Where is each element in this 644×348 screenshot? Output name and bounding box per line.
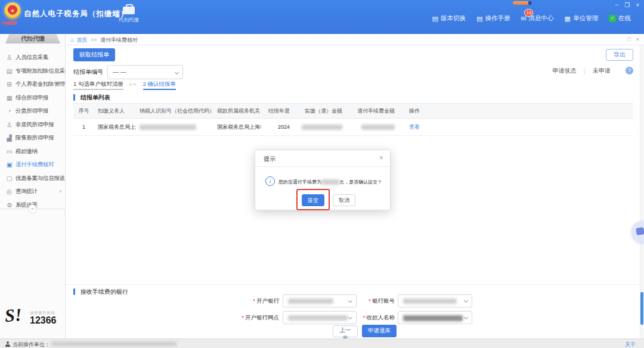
required-mark: * [363, 314, 366, 321]
module-label: 代扣代缴 [117, 17, 141, 24]
masked-value [403, 315, 463, 321]
sidebar-item-query-statistics[interactable]: ◎ 查询统计 ∨ [0, 185, 66, 198]
branch-field-label: *开户银行网点 [197, 311, 279, 324]
section-bar [73, 94, 75, 101]
header-nav: ▤ 版本切换 ▤ 操作手册 16 ✉ 消息中心 ▦ 单位管理 ✓ 在线 [432, 14, 631, 23]
cell-taxpayer-id [136, 119, 213, 136]
cell-fee-amount [346, 119, 398, 136]
sidebar-item-label: 综合所得申报 [16, 94, 48, 101]
status-bar: 当前操作单位： 关于 [0, 338, 644, 348]
sidebar-item-refund-fee-check[interactable]: ▣ 退付手续费核对 [0, 158, 66, 171]
home-icon: ⌂ [70, 36, 74, 43]
section-title: 接收手续费的银行 [80, 288, 128, 295]
masked-value [302, 125, 342, 130]
dialog-close-icon[interactable]: × [379, 154, 383, 162]
report-table: 序号 扣缴义务人 纳税人识别号（社会信用代码） 税款所属税务机关 结报年度 实缴… [73, 103, 633, 136]
status-value: 未申请 [593, 67, 611, 74]
view-link[interactable]: 查看 [409, 124, 420, 130]
cell-authority: 国家税务总局上海市.. [213, 119, 261, 136]
sidebar-item-pension-deduction[interactable]: ⊞ 个人养老金扣除管理 [0, 77, 66, 91]
building-icon: ▦ [565, 15, 571, 23]
masked-unit-name [51, 341, 177, 346]
report-no-select[interactable]: — — [107, 65, 183, 79]
sidebar-item-personnel-info[interactable]: ♙ 人员信息采集 [0, 51, 66, 64]
export-button[interactable]: 导出 [606, 49, 633, 61]
table-header-row: 序号 扣缴义务人 纳税人识别号（社会信用代码） 税款所属税务机关 结报年度 实缴… [73, 104, 633, 119]
assistant-icon [636, 227, 644, 235]
section-bar [73, 288, 75, 295]
nav-label: 操作手册 [485, 14, 510, 23]
help-icon[interactable]: ? [626, 67, 633, 74]
hotline-logo: S! 纳税服务热线 12366 [5, 305, 63, 331]
tab-restore-icon[interactable]: □ [627, 34, 630, 45]
section-receiving-bank: 接收手续费的银行 [73, 288, 128, 296]
person-icon: ♙ [5, 118, 13, 131]
nav-unit-management[interactable]: ▦ 单位管理 [565, 14, 598, 23]
section-report-list: 结报单列表 [73, 94, 110, 102]
module-withholding[interactable]: 代扣代缴 [117, 4, 141, 24]
account-select[interactable] [398, 294, 472, 307]
current-unit-label: 当前操作单位： [13, 341, 50, 348]
apply-refund-button[interactable]: 申请退库 [362, 325, 397, 337]
section-title: 结报单列表 [80, 94, 110, 101]
cell-year: 2024 [261, 119, 293, 136]
restore-button[interactable]: ❐ [624, 2, 630, 8]
form-divider [66, 284, 644, 285]
sidebar-item-label: 优惠备案与信息报送 [16, 175, 65, 181]
sidebar-item-preferential-filing[interactable]: ▢ 优惠备案与信息报送 ∨ [0, 172, 66, 185]
breadcrumb-home[interactable]: 首页 [77, 37, 88, 43]
minimize-button[interactable]: − [615, 2, 618, 8]
sidebar-item-restricted-shares[interactable]: ▟ 限售股所得申报 [0, 131, 66, 144]
required-mark: * [242, 314, 244, 321]
12366-logo: S! [4, 306, 22, 325]
annotation-highlight-box [296, 189, 330, 210]
scrollbar-thumb[interactable] [640, 292, 643, 325]
search-icon: ◎ [5, 185, 13, 198]
close-button[interactable]: × [636, 2, 639, 8]
fetch-report-button[interactable]: 获取结报单 [73, 48, 115, 61]
sidebar-item-nonresident-income[interactable]: ♙ 非居民所得申报 [0, 118, 66, 131]
nav-online-status[interactable]: ✓ 在线 [609, 14, 631, 23]
sidebar-item-classified-income[interactable]: ◔ 分类所得申报 [0, 104, 66, 117]
bar-chart-icon: ▟ [5, 131, 13, 144]
step-1-tab[interactable]: 1 勾选单户核对清册 [73, 80, 123, 90]
nav-manual[interactable]: ▤ 操作手册 [476, 14, 510, 23]
tab-controls: □ × [627, 34, 639, 45]
sidebar-item-comprehensive-income[interactable]: ▦ 综合所得申报 [0, 91, 66, 104]
bank-field-label: *开户银行 [197, 294, 279, 307]
step-indicator: 1 勾选单户核对清册 >> 2 确认结报单 [73, 80, 176, 88]
step-2-tab[interactable]: 2 确认结报单 [143, 80, 176, 90]
person-icon: ♙ [5, 51, 13, 64]
dialog-message: 您的应退付手续费为元，是否确认提交？ [278, 179, 389, 185]
cell-paid-amount [293, 119, 346, 136]
cell-action: 查看 [398, 119, 431, 136]
app-header: ★ 中国税务 自然人电子税务局（扣缴端） 代扣代缴 ▤ 版本切换 ▤ 操作手册 … [0, 0, 644, 34]
sidebar-item-label: 专项附加扣除信息采集 [16, 67, 70, 74]
sidebar-item-label: 分类所得申报 [16, 107, 48, 114]
dialog-title: 提示 [264, 155, 275, 163]
tab-close-icon[interactable]: × [636, 34, 639, 45]
col-paid-amount: 实缴（退）金额 [293, 104, 346, 119]
nav-message-center[interactable]: 16 ✉ 消息中心 [521, 14, 553, 23]
breadcrumb-separator: >> [91, 37, 97, 43]
sidebar: 代扣代缴 ♙ 人员信息采集 ▤ 专项附加扣除信息采集 ⊞ 个人养老金扣除管理 ▦… [0, 34, 66, 338]
chevron-down-icon [175, 70, 179, 74]
window-controls: − ❐ × [615, 2, 639, 8]
breadcrumb-bar: ⌂ 首页 >> 退付手续费核对 □ × [66, 34, 644, 45]
col-no: 序号 [73, 104, 94, 119]
gear-icon: ⚙ [5, 198, 13, 212]
payee-select[interactable] [398, 311, 472, 324]
about-link[interactable]: 关于 [625, 341, 636, 348]
briefcase-icon [123, 7, 135, 14]
sidebar-item-special-deduction[interactable]: ▤ 专项附加扣除信息采集 [0, 64, 66, 77]
info-icon: i [265, 176, 275, 186]
cancel-button[interactable]: 取消 [333, 194, 355, 206]
masked-amount [321, 179, 339, 185]
previous-step-button[interactable]: 上一步 [333, 325, 358, 337]
sidebar-collapse-button[interactable]: « [28, 204, 37, 213]
hotline-number: 12366 [30, 315, 57, 326]
sidebar-item-tax-payment[interactable]: ▭ 税款缴纳 [0, 145, 66, 158]
required-mark: * [253, 297, 255, 304]
col-agent: 扣缴义务人 [94, 104, 136, 119]
nav-version-switch[interactable]: ▤ 版本切换 [432, 14, 466, 23]
